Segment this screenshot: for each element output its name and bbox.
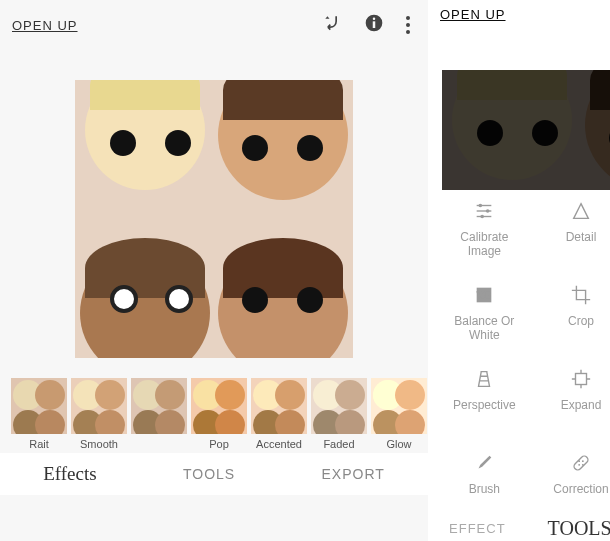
filter-label: Smooth (80, 438, 118, 453)
photo (442, 70, 610, 190)
svg-point-18 (578, 460, 580, 462)
tool-correction[interactable]: Correction (533, 452, 610, 510)
tool-crop[interactable]: Crop (533, 284, 610, 342)
image-preview[interactable] (0, 50, 428, 368)
svg-point-9 (479, 204, 483, 208)
perspective-icon (473, 368, 495, 390)
open-up-link[interactable]: OPEN UP (12, 18, 78, 33)
tool-label: Crop (568, 314, 594, 342)
tool-label: Expand (561, 398, 602, 426)
more-icon[interactable] (406, 16, 410, 34)
wb-icon: WB (473, 284, 495, 306)
filter-rait[interactable]: Rait (10, 378, 68, 453)
svg-point-10 (486, 209, 490, 213)
svg-point-20 (578, 464, 580, 466)
tool-calibrate[interactable]: Calibrate Image (436, 200, 533, 258)
svg-text:WB: WB (478, 291, 492, 300)
filter-smooth[interactable]: Smooth (70, 378, 128, 453)
effects-screen: OPEN UP (0, 0, 428, 541)
tool-detail[interactable]: Detail (533, 200, 610, 258)
filter-faded[interactable]: Faded (310, 378, 368, 453)
filter-label: Pop (209, 438, 229, 453)
tab-export[interactable]: EXPORT (321, 466, 384, 482)
healing-icon (570, 452, 592, 474)
crop-icon (570, 284, 592, 306)
tab-effects[interactable]: Effects (43, 463, 96, 485)
svg-point-11 (481, 215, 485, 219)
expand-icon (570, 368, 592, 390)
tool-label: Perspective (453, 398, 516, 426)
filter-accented[interactable]: Accented (250, 378, 308, 453)
tool-label: Detail (566, 230, 597, 258)
topbar: OPEN UP (428, 0, 610, 30)
filter-label: Faded (323, 438, 354, 453)
filter-label: Rait (29, 438, 49, 453)
tab-effects[interactable]: EFFECT (449, 521, 506, 536)
filter-label: Accented (256, 438, 302, 453)
bottom-tabs: Effects TOOLS EXPORT (0, 453, 428, 495)
brush-icon (473, 452, 495, 474)
sliders-icon (473, 200, 495, 222)
tool-label: Correction (553, 482, 608, 510)
topbar: OPEN UP (0, 0, 428, 50)
filter-label: Glow (386, 438, 411, 453)
photo (75, 80, 353, 358)
filter-strip: Rait Smooth Pop Accented Faded (0, 368, 428, 453)
filter-pop[interactable]: Pop (190, 378, 248, 453)
open-up-link[interactable]: OPEN UP (440, 7, 506, 22)
tab-tools[interactable]: TOOLS (548, 517, 610, 540)
svg-rect-2 (373, 21, 376, 28)
tools-grid: Calibrate Image Detail Curve WB Balance … (428, 180, 610, 516)
undo-icon[interactable] (322, 13, 342, 37)
svg-point-21 (582, 460, 584, 462)
filter-glow[interactable]: Glow (370, 378, 428, 453)
tool-white-balance[interactable]: WB Balance Or White (436, 284, 533, 342)
svg-point-1 (373, 18, 376, 21)
tool-brush[interactable]: Brush (436, 452, 533, 510)
svg-rect-17 (573, 454, 590, 471)
topbar-icons (322, 13, 416, 37)
filter-item[interactable] (130, 378, 188, 453)
image-preview-dimmed (428, 40, 610, 180)
tools-screen: OPEN UP Calibr (428, 0, 610, 541)
tool-label: Brush (469, 482, 500, 510)
tool-expand[interactable]: Expand (533, 368, 610, 426)
svg-rect-14 (575, 373, 586, 384)
tool-label: Balance Or White (444, 314, 524, 342)
tool-label: Calibrate Image (444, 230, 524, 258)
info-icon[interactable] (364, 13, 384, 37)
tab-tools[interactable]: TOOLS (183, 466, 235, 482)
bottom-tabs: EFFECT TOOLS EXPORT (428, 516, 610, 541)
svg-point-19 (582, 464, 584, 466)
triangle-icon (570, 200, 592, 222)
tool-perspective[interactable]: Perspective (436, 368, 533, 426)
